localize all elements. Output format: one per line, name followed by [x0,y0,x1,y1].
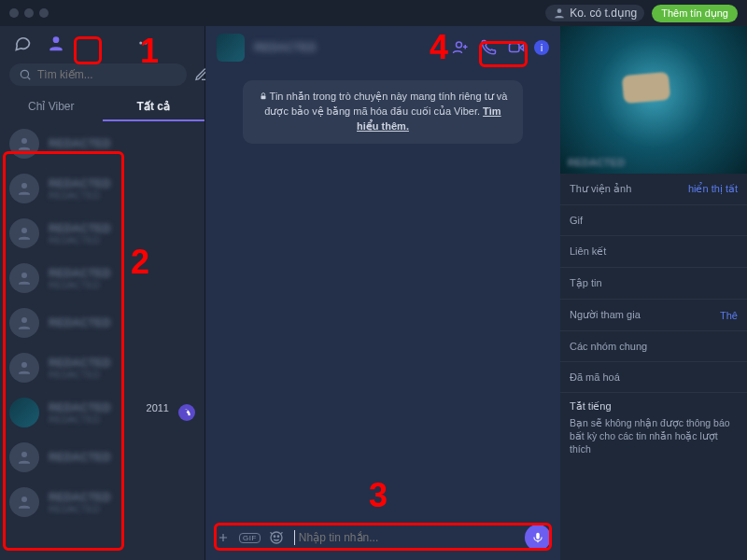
title-bar: Ko. có t.dụng Thêm tín dụng [0,0,747,26]
chat-input-bar: GIF [215,525,551,551]
add-credit-button[interactable]: Thêm tín dụng [652,5,738,22]
info-icon[interactable]: i [534,40,549,55]
add-participant-link[interactable]: Thê [720,310,738,321]
svg-point-18 [274,536,275,537]
avatar [9,174,39,203]
minimize-dot[interactable] [24,8,34,18]
info-label: Thư viện ảnh [570,183,631,195]
sidebar: Chỉ Viber Tất cả REDACTED REDACTEDREDACT… [0,26,205,560]
show-all-link[interactable]: hiển thị tất [688,183,738,195]
avatar [9,218,39,248]
svg-point-13 [21,497,27,502]
chats-tab-icon[interactable] [13,34,32,52]
svg-point-17 [271,532,282,543]
profile-image[interactable]: REDACTED [560,26,747,174]
info-row-encrypted[interactable]: Đã mã hoá [560,361,747,392]
list-item[interactable]: REDACTED2011 REDACTED [0,390,204,435]
gif-icon[interactable]: GIF [239,533,261,543]
contacts-tab-icon[interactable] [47,34,65,52]
list-item[interactable]: REDACTEDREDACTED [0,480,204,525]
message-input[interactable] [294,530,515,545]
svg-point-8 [21,228,27,233]
info-row-photos[interactable]: Thư viện ảnh hiển thị tất [560,174,747,204]
chat-avatar[interactable] [217,34,245,62]
list-item[interactable]: REDACTEDREDACTED [0,211,204,256]
svg-point-3 [145,42,148,45]
svg-rect-20 [536,533,540,539]
window-controls[interactable] [9,8,49,18]
avatar [9,398,39,427]
message-field[interactable] [299,531,515,544]
svg-rect-15 [510,44,520,52]
svg-point-6 [21,138,27,144]
svg-point-10 [21,317,27,323]
list-item[interactable]: REDACTED [0,301,204,345]
privacy-text: Tin nhắn trong trò chuyện này mang tính … [264,91,507,117]
svg-point-4 [149,42,152,45]
search-input[interactable] [9,63,187,86]
chat-body: Tin nhắn trong trò chuyện này mang tính … [205,69,560,519]
avatar [9,129,39,159]
lock-icon [259,91,268,101]
avatar [9,353,39,383]
info-panel: REDACTED Thư viện ảnh hiển thị tất Gif L… [560,26,747,560]
privacy-notice: Tin nhắn trong trò chuyện này mang tính … [243,80,523,144]
credit-label: Ko. có t.dụng [570,7,637,20]
svg-point-0 [557,8,562,13]
zoom-dot[interactable] [39,8,49,18]
audio-call-icon[interactable] [478,37,499,58]
user-icon [553,7,566,20]
search-icon [19,68,32,81]
voice-message-button[interactable] [525,525,551,551]
list-item[interactable]: REDACTEDREDACTED [0,166,204,211]
mute-description: Bạn sẽ không nhận được thông báo bất kỳ … [570,416,738,456]
tab-all[interactable]: Tất cả [103,93,205,121]
info-row-participants[interactable]: Người tham gia Thê [560,299,747,330]
avatar [9,308,39,338]
info-row-links[interactable]: Liên kết [560,235,747,267]
more-icon[interactable] [136,34,155,52]
list-item[interactable]: REDACTED [0,121,204,166]
info-row-common-groups[interactable]: Các nhóm chung [560,330,747,361]
svg-point-2 [139,42,142,45]
svg-rect-16 [261,96,265,100]
chat-contact-name: REDACTED [254,41,441,54]
svg-point-12 [21,452,27,457]
close-dot[interactable] [9,8,19,18]
svg-point-5 [21,70,28,77]
credit-status[interactable]: Ko. có t.dụng [545,5,644,21]
svg-point-14 [457,42,462,48]
svg-point-11 [21,362,27,368]
attach-icon[interactable] [215,529,232,546]
tab-viber-only[interactable]: Chỉ Viber [0,93,103,121]
info-row-files[interactable]: Tập tin [560,267,747,299]
search-field[interactable] [37,68,177,81]
chat-header: REDACTED i [205,26,560,69]
list-item[interactable]: REDACTEDREDACTED [0,256,204,301]
list-item[interactable]: REDACTED [0,435,204,480]
svg-point-7 [21,183,27,189]
info-row-mute[interactable]: Tắt tiếng Bạn sẽ không nhận được thông b… [560,392,747,468]
svg-point-19 [277,536,278,537]
chat-panel: REDACTED i Tin nhắn trong trò chu [205,26,560,560]
sticker-icon[interactable] [268,529,285,546]
contact-list[interactable]: REDACTED REDACTEDREDACTED REDACTEDREDACT… [0,121,204,560]
avatar [9,487,39,517]
viber-badge-icon [178,404,195,421]
add-contact-icon[interactable] [450,37,471,58]
svg-point-9 [21,273,27,278]
avatar [9,263,39,293]
mute-title: Tắt tiếng [570,400,738,413]
avatar [9,442,39,472]
video-call-icon[interactable] [506,37,527,58]
svg-point-1 [53,36,60,43]
list-item[interactable]: REDACTEDREDACTED [0,345,204,390]
info-row-gif[interactable]: Gif [560,204,747,235]
